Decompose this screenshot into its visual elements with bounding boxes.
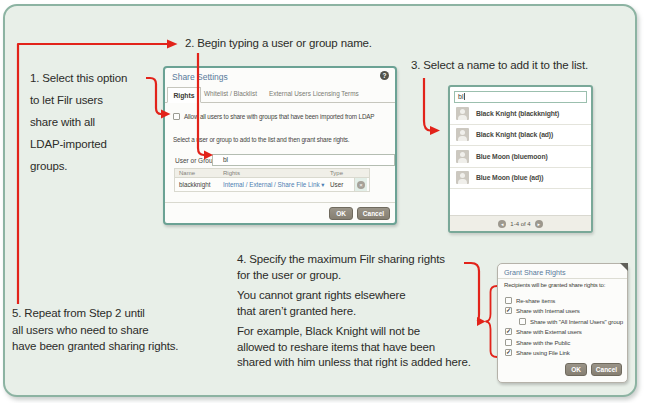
grant-intro-text: Recipients will be granted share rights … xyxy=(504,282,605,288)
cancel-button[interactable]: Cancel xyxy=(591,363,622,376)
ok-button[interactable]: OK xyxy=(565,363,587,376)
share-internal-users-checkbox[interactable]: ✓ xyxy=(505,307,512,314)
annotation-line: allowed to reshare items that have been xyxy=(237,340,471,356)
option-label: Share with Internal users xyxy=(516,307,580,314)
name-picker-item-label: Blue Moon (blue (ad)) xyxy=(476,174,543,181)
name-picker-item[interactable]: Blue Moon (bluemoon) xyxy=(450,146,591,168)
ldap-groups-checkbox-label: Allow all users to share with groups tha… xyxy=(184,113,374,120)
annotation-step-4: 4. Specify the maximum Filr sharing righ… xyxy=(237,252,471,376)
cell-remove: × xyxy=(354,178,367,191)
ldap-groups-checkbox[interactable] xyxy=(173,113,180,120)
user-avatar-icon xyxy=(456,171,469,184)
dialog-footer: OK Cancel xyxy=(565,363,622,376)
option-share-internal-users[interactable]: ✓ Share with Internal users xyxy=(505,306,623,317)
dialog-title: Grant Share Rights xyxy=(504,268,566,277)
annotation-line: all users who need to share xyxy=(12,322,178,339)
column-header-rights: Rights xyxy=(223,170,330,176)
name-picker-item[interactable]: Black Knight (black (ad)) xyxy=(450,125,591,147)
annotation-line: groups. xyxy=(30,155,127,177)
annotation-line: to let Filr users xyxy=(30,89,127,111)
table-row: blackknight Internal / External / Share … xyxy=(174,178,370,192)
cell-rights: Internal / External / Share File Link ▾ xyxy=(223,181,330,188)
option-label: Share with "All Internal Users" group xyxy=(530,318,623,325)
annotation-step-1: 1. Select this option to let Filr users … xyxy=(30,67,127,177)
share-settings-dialog: Share Settings ? Rights Whitelist / Blac… xyxy=(163,66,397,225)
name-picker-item-label: Black Knight (black (ad)) xyxy=(476,131,553,138)
prev-page-icon[interactable]: ◂ xyxy=(498,220,506,228)
option-share-using-file-link[interactable]: ✓ Share using File Link xyxy=(505,348,623,359)
column-header-name: Name xyxy=(175,170,223,176)
option-label: Re-share items xyxy=(516,297,555,304)
figure-canvas: 1. Select this option to let Filr users … xyxy=(0,0,645,403)
share-external-users-checkbox[interactable]: ✓ xyxy=(505,328,512,335)
annotation-paragraph: 4. Specify the maximum Filr sharing righ… xyxy=(237,252,471,283)
annotation-paragraph: For example, Black Knight will not be al… xyxy=(237,324,471,371)
text-cursor xyxy=(464,93,465,100)
option-label: Share using File Link xyxy=(516,349,570,356)
share-rights-options: Re-share items ✓ Share with Internal use… xyxy=(505,295,623,358)
user-or-group-input[interactable]: bl xyxy=(212,154,395,166)
option-re-share-items[interactable]: Re-share items xyxy=(505,295,623,306)
rights-dropdown-link[interactable]: Internal / External / Share File Link ▾ xyxy=(223,181,325,188)
user-avatar-icon xyxy=(456,128,469,141)
re-share-items-checkbox[interactable] xyxy=(505,297,512,304)
cell-type: User xyxy=(330,181,354,188)
annotation-line: LDAP-imported xyxy=(30,133,127,155)
tab-whitelist-blacklist[interactable]: Whitelist / Blacklist xyxy=(204,90,257,97)
annotation-step-5: 5. Repeat from Step 2 until all users wh… xyxy=(12,305,178,355)
annotation-line: have been granted sharing rights. xyxy=(12,338,178,355)
share-using-file-link-checkbox[interactable]: ✓ xyxy=(505,349,512,356)
next-page-icon[interactable]: ▸ xyxy=(535,220,543,228)
annotation-line: 5. Repeat from Step 2 until xyxy=(12,305,178,322)
option-share-external-users[interactable]: ✓ Share with External users xyxy=(505,327,623,338)
tab-rights[interactable]: Rights xyxy=(167,87,201,103)
option-share-with-public[interactable]: Share with the Public xyxy=(505,337,623,348)
user-avatar-icon xyxy=(456,107,469,120)
column-header-type: Type xyxy=(330,170,354,176)
pagination-count: 1-4 of 4 xyxy=(510,221,530,227)
tab-bar: Rights Whitelist / Blacklist External Us… xyxy=(165,68,395,103)
annotation-line: For example, Black Knight will not be xyxy=(237,324,471,340)
annotation-line: 4. Specify the maximum Filr sharing righ… xyxy=(237,252,471,268)
remove-user-icon[interactable]: × xyxy=(357,181,365,189)
option-share-all-internal-users-group[interactable]: Share with "All Internal Users" group xyxy=(505,316,623,327)
name-search-input[interactable]: bl xyxy=(454,91,587,103)
name-picker-list: Black Knight (blackknight) Black Knight … xyxy=(450,103,591,189)
option-label: Share with the Public xyxy=(516,339,570,346)
tab-external-users-licensing-terms[interactable]: External Users Licensing Terms xyxy=(269,90,359,97)
dialog-footer: OK Cancel xyxy=(165,202,395,223)
name-picker-item[interactable]: Black Knight (blackknight) xyxy=(450,103,591,125)
divider xyxy=(498,278,627,279)
cell-user-name: blackknight xyxy=(175,181,223,188)
annotation-line: that aren’t granted here. xyxy=(237,304,471,320)
ldap-groups-option: Allow all users to share with groups tha… xyxy=(173,113,374,120)
ok-button[interactable]: OK xyxy=(329,207,353,220)
annotation-paragraph: You cannot grant rights elsewhere that a… xyxy=(237,288,471,319)
share-with-public-checkbox[interactable] xyxy=(505,339,512,346)
option-label: Share with External users xyxy=(516,328,582,335)
annotation-line: for the user or group. xyxy=(237,268,471,284)
caret-down-icon: ▾ xyxy=(321,181,324,188)
grant-share-rights-dialog: Grant Share Rights Recipients will be gr… xyxy=(497,263,628,383)
page-fold-decoration xyxy=(620,263,628,271)
name-search-value: bl xyxy=(458,93,463,100)
annotation-line: shared with him unless that right is add… xyxy=(237,355,471,371)
annotation-line: share with all xyxy=(30,111,127,133)
cancel-button[interactable]: Cancel xyxy=(357,207,390,220)
all-internal-users-group-checkbox[interactable] xyxy=(519,318,526,325)
share-instruction-text: Select a user or group to add to the lis… xyxy=(173,136,349,143)
user-avatar-icon xyxy=(456,150,469,163)
name-picker-popup: bl Black Knight (blackknight) Black Knig… xyxy=(448,85,593,233)
share-rights-table: Name Rights Type blackknight Internal / … xyxy=(174,168,370,192)
name-picker-item[interactable]: Blue Moon (blue (ad)) xyxy=(450,168,591,190)
annotation-step-2: 2. Begin typing a user or group name. xyxy=(185,37,372,49)
table-header-row: Name Rights Type xyxy=(174,168,370,178)
annotation-line: You cannot grant rights elsewhere xyxy=(237,288,471,304)
pagination-bar: ◂ 1-4 of 4 ▸ xyxy=(450,215,591,231)
annotation-step-3: 3. Select a name to add it to the list. xyxy=(411,59,588,71)
annotation-line: 1. Select this option xyxy=(30,67,127,89)
name-picker-item-label: Blue Moon (bluemoon) xyxy=(476,153,548,160)
name-picker-item-label: Black Knight (blackknight) xyxy=(476,110,559,117)
